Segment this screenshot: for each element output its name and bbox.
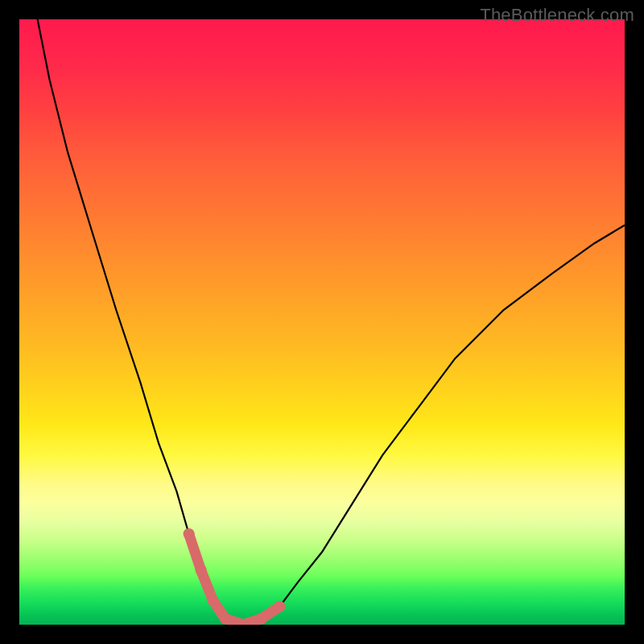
- chart-container: TheBottleneck.com: [0, 0, 644, 644]
- bottleneck-curve-svg: [19, 19, 625, 625]
- highlight-markers: [184, 528, 286, 625]
- svg-point-1: [196, 564, 207, 576]
- bottleneck-curve: [38, 19, 625, 625]
- svg-point-6: [274, 601, 285, 612]
- plot-area: [19, 19, 625, 625]
- watermark-text: TheBottleneck.com: [480, 5, 634, 26]
- svg-point-5: [256, 613, 267, 625]
- svg-point-0: [184, 528, 195, 539]
- svg-point-3: [220, 613, 231, 625]
- svg-point-2: [208, 595, 219, 606]
